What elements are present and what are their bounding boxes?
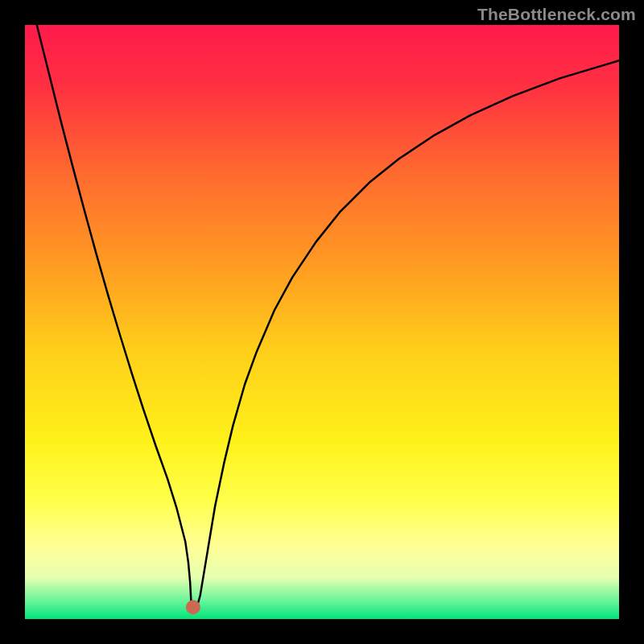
chart-stage: TheBottleneck.com: [0, 0, 644, 644]
watermark-text: TheBottleneck.com: [477, 5, 636, 24]
minimum-marker: [186, 600, 200, 614]
chart-canvas: [25, 25, 619, 619]
plot-area: [25, 25, 619, 619]
gradient-background: [25, 25, 619, 619]
